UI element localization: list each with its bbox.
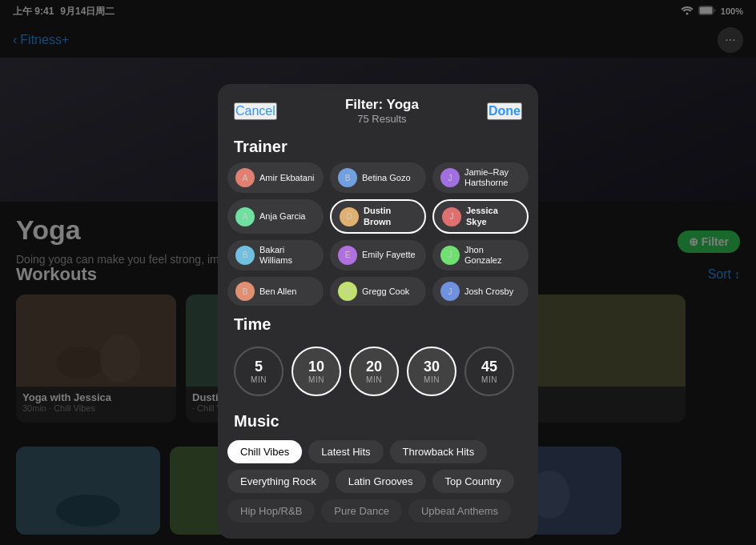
- time-label: MIN: [424, 375, 440, 384]
- time-circle[interactable]: 30MIN: [407, 347, 456, 396]
- trainer-chip[interactable]: EEmily Fayette: [330, 240, 426, 270]
- trainer-name: Jhon Gonzalez: [464, 245, 521, 266]
- trainer-chip[interactable]: DDustin Brown: [330, 199, 426, 233]
- music-chip[interactable]: Throwback Hits: [390, 440, 488, 463]
- time-label: MIN: [251, 375, 267, 384]
- filter-modal: Cancel Filter: Yoga 75 Results Done Trai…: [218, 84, 538, 539]
- time-value: 45: [481, 359, 497, 375]
- trainer-chip[interactable]: JJessica Skye: [432, 199, 529, 233]
- time-label: MIN: [481, 375, 497, 384]
- trainer-name: Ben Allen: [259, 287, 296, 297]
- time-label: MIN: [366, 375, 382, 384]
- trainer-avatar: J: [440, 282, 460, 301]
- time-circles: 5MIN10MIN20MIN30MIN45MIN: [218, 340, 538, 403]
- trainer-avatar: G: [338, 282, 357, 301]
- trainer-avatar: B: [235, 282, 255, 301]
- music-chip[interactable]: Chill Vibes: [227, 440, 302, 463]
- time-value: 30: [424, 359, 440, 375]
- modal-header: Cancel Filter: Yoga 75 Results Done: [218, 84, 538, 128]
- modal-cancel-button[interactable]: Cancel: [234, 102, 277, 120]
- time-circle[interactable]: 20MIN: [349, 347, 399, 396]
- music-chips: Chill VibesLatest HitsThrowback HitsEver…: [218, 437, 538, 499]
- trainer-chip[interactable]: BBen Allen: [227, 277, 324, 306]
- modal-title-block: Filter: Yoga 75 Results: [345, 97, 419, 125]
- trainer-avatar: J: [440, 246, 460, 265]
- time-label: MIN: [308, 375, 324, 384]
- trainer-name: Josh Crosby: [464, 287, 513, 297]
- modal-done-button[interactable]: Done: [487, 102, 522, 120]
- trainer-name: Dustin Brown: [364, 206, 416, 226]
- trainer-name: Jamie–Ray Hartshorne: [464, 167, 521, 188]
- time-value: 20: [366, 359, 382, 375]
- trainer-section-label: Trainer: [218, 128, 538, 162]
- trainer-avatar: A: [235, 207, 255, 226]
- time-value: 10: [308, 359, 324, 375]
- trainer-chip[interactable]: AAmir Ekbatani: [227, 162, 324, 193]
- music-chip[interactable]: Everything Rock: [227, 470, 329, 493]
- modal-title: Filter: Yoga: [345, 97, 419, 113]
- trainer-avatar: J: [440, 168, 460, 187]
- music-chip-partial[interactable]: Upbeat Anthems: [408, 499, 511, 523]
- trainer-grid: AAmir EkbataniBBetina GozoJJamie–Ray Har…: [218, 162, 538, 306]
- trainer-name: Betina Gozo: [362, 173, 411, 183]
- music-chip[interactable]: Top Country: [432, 470, 514, 493]
- trainer-avatar: B: [235, 246, 255, 265]
- trainer-name: Emily Fayette: [362, 250, 416, 260]
- trainer-name: Bakari Williams: [259, 245, 316, 266]
- modal-results: 75 Results: [345, 113, 419, 125]
- time-section-label: Time: [218, 306, 538, 340]
- trainer-name: Gregg Cook: [362, 287, 409, 297]
- time-value: 5: [255, 359, 263, 375]
- trainer-avatar: B: [338, 168, 357, 187]
- time-circle[interactable]: 5MIN: [234, 347, 284, 396]
- trainer-chip[interactable]: JJamie–Ray Hartshorne: [432, 162, 529, 193]
- trainer-avatar: J: [442, 207, 461, 226]
- music-section-label: Music: [218, 403, 538, 437]
- time-circle[interactable]: 10MIN: [292, 347, 341, 396]
- trainer-name: Anja Garcia: [259, 211, 305, 222]
- music-chip[interactable]: Latest Hits: [308, 440, 383, 463]
- trainer-chip[interactable]: JJosh Crosby: [432, 277, 529, 306]
- trainer-chip[interactable]: BBakari Williams: [227, 240, 324, 270]
- trainer-avatar: E: [338, 246, 357, 265]
- music-partial: Hip Hop/R&BPure DanceUpbeat Anthems: [218, 499, 538, 523]
- trainer-name: Jessica Skye: [466, 206, 519, 226]
- trainer-avatar: A: [235, 168, 255, 187]
- music-chip-partial[interactable]: Hip Hop/R&B: [227, 499, 315, 523]
- time-circle[interactable]: 45MIN: [464, 347, 514, 396]
- trainer-chip[interactable]: GGregg Cook: [330, 277, 426, 306]
- music-chip[interactable]: Latin Grooves: [336, 470, 426, 493]
- trainer-chip[interactable]: AAnja Garcia: [227, 199, 324, 233]
- trainer-chip[interactable]: JJhon Gonzalez: [432, 240, 529, 270]
- music-chip-partial[interactable]: Pure Dance: [321, 499, 402, 523]
- trainer-name: Amir Ekbatani: [259, 173, 314, 183]
- trainer-avatar: D: [340, 207, 359, 226]
- trainer-chip[interactable]: BBetina Gozo: [330, 162, 426, 193]
